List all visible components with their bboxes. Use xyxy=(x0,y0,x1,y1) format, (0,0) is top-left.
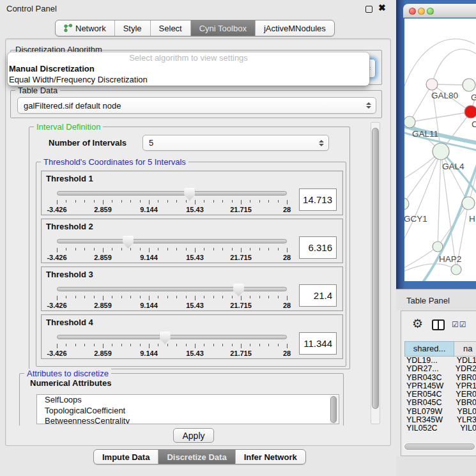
table-row[interactable]: YBR045CYBR0 xyxy=(404,399,476,407)
table-row[interactable]: YLR345WYLR3 xyxy=(404,416,476,424)
tab-style[interactable]: Style xyxy=(114,20,150,36)
node-label: GAL80 xyxy=(431,91,458,100)
cell-name: YPR1 xyxy=(448,382,476,390)
threshold-value-field[interactable]: 14.713 xyxy=(299,188,337,211)
threshold-value-field[interactable]: 21.4 xyxy=(299,284,337,307)
slider-thumb[interactable] xyxy=(233,284,244,296)
table-row[interactable]: YDL19...YDL1 xyxy=(404,357,476,365)
threshold-label: Threshold 1 xyxy=(46,174,93,183)
tick-mark xyxy=(84,200,85,203)
tick-mark xyxy=(250,344,250,346)
tick-mark xyxy=(66,296,66,298)
tick-mark xyxy=(130,248,131,250)
network-canvas[interactable]: GAL80GAGAL11CGAL4GCY1HHAP2 xyxy=(404,19,476,281)
select-columns-icon[interactable]: ☑☑ xyxy=(452,320,467,329)
table-hscrollbar[interactable] xyxy=(403,443,475,450)
slider-track[interactable] xyxy=(57,239,287,243)
tick-mark xyxy=(232,200,233,203)
tab-label: Impute Data xyxy=(102,452,150,462)
attribute-item[interactable]: BetweennessCentrality xyxy=(37,416,339,424)
table-row[interactable]: YBL079WYBL0 xyxy=(404,408,476,416)
slider-thumb[interactable] xyxy=(184,188,195,201)
minimize-traffic-light[interactable] xyxy=(418,8,425,15)
network-node[interactable] xyxy=(464,105,476,118)
column-header-name[interactable]: na xyxy=(454,341,476,357)
threshold-label: Threshold 3 xyxy=(46,270,93,279)
network-node[interactable] xyxy=(426,79,438,90)
table-row[interactable]: YDR27...YDR2 xyxy=(404,365,476,373)
tab-infer-network[interactable]: Infer Network xyxy=(235,450,305,464)
slider-track[interactable] xyxy=(57,287,287,291)
slider-track[interactable] xyxy=(57,335,287,339)
tab-impute-data[interactable]: Impute Data xyxy=(94,450,158,464)
scale-label: 21.715 xyxy=(230,302,252,309)
slider-thumb[interactable] xyxy=(123,236,134,249)
network-node[interactable] xyxy=(451,265,461,275)
network-node[interactable] xyxy=(404,198,409,210)
slider-track[interactable] xyxy=(57,191,287,196)
tick-mark xyxy=(213,344,214,346)
scale-label: 28 xyxy=(283,254,291,261)
network-node[interactable] xyxy=(433,143,449,160)
cell-shared-name: YBR045C xyxy=(404,399,448,407)
dropdown-option[interactable]: Equal Width/Frequency Discretization xyxy=(8,74,369,85)
table-row[interactable]: YIL052CYIL0 xyxy=(404,424,476,433)
attribute-item[interactable]: SelfLoops xyxy=(37,395,339,406)
float-window-icon[interactable] xyxy=(365,6,372,13)
network-node[interactable] xyxy=(433,242,443,252)
numerical-attributes-list[interactable]: SelfLoopsTopologicalCoefficientBetweenne… xyxy=(36,394,339,424)
scale-label: -3.426 xyxy=(47,254,66,261)
tab-jactivemnodules[interactable]: jActiveMNodules xyxy=(255,20,334,36)
tick-mark xyxy=(167,248,168,250)
tab-select[interactable]: Select xyxy=(150,20,190,36)
table-row[interactable]: YER054CYER0 xyxy=(404,390,476,399)
tick-mark xyxy=(250,296,250,298)
close-icon[interactable]: ✖ xyxy=(378,3,386,13)
tick-mark xyxy=(259,200,260,203)
network-node[interactable] xyxy=(404,116,415,128)
threshold-panel: Threshold 1-3.4262.8599.14415.4321.71528… xyxy=(41,171,343,215)
gear-icon[interactable]: ⚙ xyxy=(412,318,423,330)
tick-mark xyxy=(94,344,95,346)
table-row[interactable]: YPR145WYPR1 xyxy=(404,382,476,390)
network-node[interactable] xyxy=(462,197,475,210)
tab-network[interactable]: Network xyxy=(56,20,114,36)
threshold-value-field[interactable]: 6.316 xyxy=(299,236,337,259)
apply-button[interactable]: Apply xyxy=(173,428,214,443)
tick-mark xyxy=(130,296,131,298)
tick-mark xyxy=(149,344,150,348)
network-node[interactable] xyxy=(463,79,475,91)
tick-mark xyxy=(287,200,288,204)
number-of-intervals-combo[interactable]: 5 xyxy=(142,135,329,151)
list-scrollbar[interactable] xyxy=(330,395,338,424)
tick-mark xyxy=(204,248,204,250)
scale-label: 15.43 xyxy=(186,206,204,213)
tab-cyni-toolbox[interactable]: Cyni Toolbox xyxy=(190,20,255,36)
tick-mark xyxy=(57,200,58,204)
threshold-panel: Threshold 2-3.4262.8599.14415.4321.71528… xyxy=(41,219,343,263)
table-panel-header: Table Panel xyxy=(396,289,476,310)
tick-mark xyxy=(222,200,223,203)
tick-mark xyxy=(268,344,269,346)
tick-mark xyxy=(121,344,122,346)
table-data-combo[interactable]: galFiltered.sif default node xyxy=(17,97,376,114)
threshold-value-field[interactable]: 11.344 xyxy=(299,332,337,355)
panel-title: Control Panel xyxy=(6,4,57,13)
attribute-item[interactable]: TopologicalCoefficient xyxy=(37,406,339,417)
threshold-panel: Threshold 3-3.4262.8599.14415.4321.71528… xyxy=(41,266,343,311)
tab-discretize-data[interactable]: Discretize Data xyxy=(158,450,234,464)
tick-mark xyxy=(94,248,95,250)
tick-mark xyxy=(121,200,122,203)
tick-mark xyxy=(66,248,66,250)
slider-thumb[interactable] xyxy=(160,332,171,344)
tick-mark xyxy=(176,248,177,250)
columns-icon[interactable] xyxy=(432,319,445,330)
zoom-traffic-light[interactable] xyxy=(427,8,434,15)
dropdown-option[interactable]: Manual Discretization xyxy=(8,63,369,74)
column-header-shared[interactable]: shared... xyxy=(404,341,454,357)
cell-shared-name: YBL079W xyxy=(404,408,449,416)
settings-scrollbar[interactable] xyxy=(371,122,380,424)
table-row[interactable]: YBR043CYBR0 xyxy=(404,374,476,382)
close-traffic-light[interactable] xyxy=(409,8,416,15)
tick-mark xyxy=(140,248,141,250)
